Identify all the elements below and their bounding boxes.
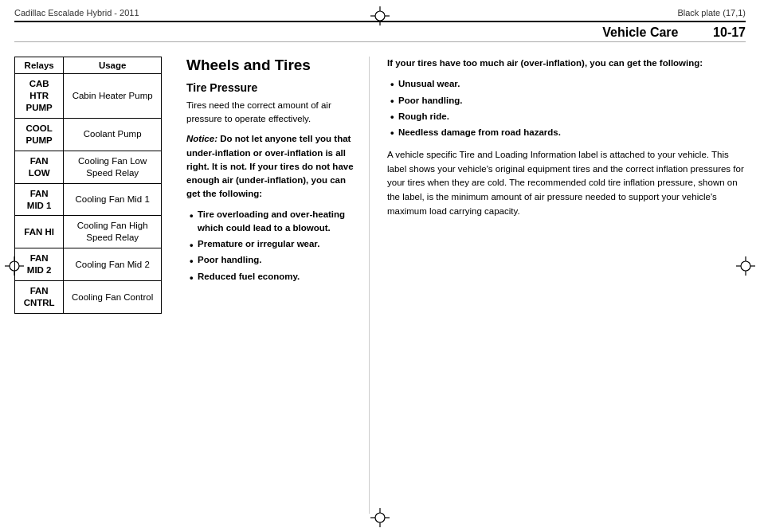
relay-cell: FAN CNTRL [15,281,64,314]
crosshair-bottom-icon [370,508,390,527]
usage-cell: Cooling Fan Mid 1 [64,183,162,216]
header-right: Black plate (17,1) [677,8,746,18]
usage-cell: Cooling Fan Control [64,281,162,314]
left-column: Relays Usage CAB HTR PUMPCabin Heater Pu… [14,57,174,514]
section-title: Wheels and Tires [186,57,358,75]
relay-cell: FAN HI [15,216,64,248]
table-row: CAB HTR PUMPCabin Heater Pump [15,74,162,119]
usage-cell: Coolant Pump [64,118,162,151]
table-row: FAN LOWCooling Fan Low Speed Relay [15,151,162,183]
header-left: Cadillac Escalade Hybrid - 2011 [14,8,139,18]
svg-point-0 [375,11,385,21]
table-row: FAN MID 1Cooling Fan Mid 1 [15,183,162,216]
right-body: A vehicle specific Tire and Loading Info… [387,148,746,219]
middle-bullet-list: Tire overloading and over-heating which … [186,208,358,284]
page-number: 10-17 [713,25,746,39]
list-item: Unusual wear. [387,76,746,91]
list-item: Rough ride. [387,109,746,123]
list-item: Poor handling. [387,93,746,108]
relay-cell: CAB HTR PUMP [15,74,64,119]
table-row: FAN HICooling Fan High Speed Relay [15,216,162,248]
svg-point-15 [375,513,385,522]
right-bullet-list: Unusual wear.Poor handling.Rough ride.Ne… [387,76,746,140]
page-section: Vehicle Care [602,25,678,39]
section-divider [14,41,746,42]
table-row: COOL PUMPCoolant Pump [15,118,162,151]
usage-cell: Cabin Heater Pump [64,74,162,119]
svg-point-5 [10,261,19,271]
relay-cell: COOL PUMP [15,118,64,151]
list-item: Needless damage from road hazards. [387,125,746,139]
crosshair-right-icon [736,256,755,276]
notice-body: Do not let anyone tell you that under-in… [186,134,354,198]
usage-col-header: Usage [64,57,162,74]
list-item: Premature or irregular wear. [186,237,358,251]
right-intro: If your tires have too much air (over-in… [387,57,746,70]
main-content: Relays Usage CAB HTR PUMPCabin Heater Pu… [0,45,760,522]
svg-point-10 [741,261,750,271]
subsection-title: Tire Pressure [186,81,358,94]
notice-label: Notice: [186,134,217,143]
list-item: Reduced fuel economy. [186,270,358,284]
table-row: FAN MID 2Cooling Fan Mid 2 [15,248,162,281]
relay-cell: FAN LOW [15,151,64,183]
relay-cell: FAN MID 1 [15,183,64,216]
table-row: FAN CNTRLCooling Fan Control [15,281,162,314]
relay-col-header: Relays [15,57,64,74]
usage-cell: Cooling Fan High Speed Relay [64,216,162,248]
right-column: If your tires have too much air (over-in… [382,57,746,514]
usage-cell: Cooling Fan Mid 2 [64,248,162,281]
list-item: Tire overloading and over-heating which … [186,208,358,236]
crosshair-top-icon [370,6,390,25]
crosshair-left-icon [5,256,24,276]
page-container: Cadillac Escalade Hybrid - 2011 Black pl… [0,0,760,532]
middle-column: Wheels and Tires Tire Pressure Tires nee… [186,57,370,514]
usage-cell: Cooling Fan Low Speed Relay [64,151,162,183]
tire-pressure-body: Tires need the correct amount of air pre… [186,99,358,127]
notice-text: Notice: Do not let anyone tell you that … [186,132,358,201]
list-item: Poor handling. [186,253,358,267]
relay-table: Relays Usage CAB HTR PUMPCabin Heater Pu… [14,57,162,314]
